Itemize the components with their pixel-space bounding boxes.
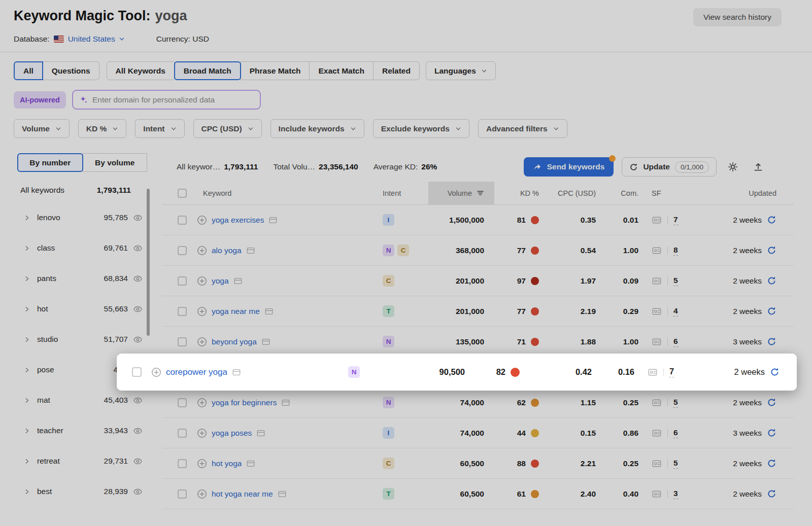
row-checkbox[interactable]	[178, 459, 187, 468]
refresh-icon[interactable]	[767, 337, 776, 346]
row-checkbox[interactable]	[178, 307, 187, 316]
row-checkbox[interactable]	[178, 246, 187, 255]
add-keyword-icon[interactable]	[197, 459, 207, 469]
filter-intent[interactable]: Intent	[135, 119, 184, 138]
table-row[interactable]: beyond yoga N 135,000 71 1.88 1.00 6 3 w…	[162, 327, 794, 357]
eye-icon[interactable]	[133, 426, 143, 436]
database-selector[interactable]: United States	[68, 34, 125, 44]
table-row[interactable]: hot yoga near me T 60,500 61 2.40 0.40 3…	[162, 479, 794, 509]
table-row[interactable]: yoga C 201,000 97 1.97 0.09 5 2 weeks	[162, 266, 794, 296]
sort-by-volume-button[interactable]: By volume	[83, 153, 148, 172]
refresh-icon[interactable]	[767, 306, 776, 316]
table-row[interactable]: alo yoga NC 368,000 77 0.54 1.00 8 2 wee…	[162, 235, 794, 266]
eye-icon[interactable]	[133, 304, 143, 314]
serp-preview-icon[interactable]	[232, 368, 241, 377]
row-checkbox[interactable]	[178, 398, 187, 407]
serp-preview-icon[interactable]	[281, 398, 290, 407]
column-kd[interactable]: KD %	[494, 182, 550, 204]
eye-icon[interactable]	[133, 243, 143, 253]
sf-count[interactable]: 7	[673, 215, 678, 225]
add-keyword-icon[interactable]	[197, 215, 207, 225]
serp-preview-icon[interactable]	[246, 246, 255, 255]
keyword-link[interactable]: corepower yoga	[166, 367, 227, 377]
refresh-icon[interactable]	[767, 428, 776, 438]
chevron-right-icon[interactable]	[24, 397, 30, 404]
column-intent[interactable]: Intent	[383, 182, 428, 204]
select-all-checkbox[interactable]	[178, 189, 187, 198]
sidebar-group-class[interactable]: class 69,761	[12, 233, 151, 263]
serp-features-icon[interactable]	[652, 398, 662, 408]
sidebar-group-pants[interactable]: pants 68,834	[12, 263, 151, 294]
keyword-link[interactable]: yoga	[212, 276, 229, 286]
eye-icon[interactable]	[133, 213, 143, 223]
serp-features-icon[interactable]	[652, 276, 662, 286]
filter-volume[interactable]: Volume	[14, 119, 70, 138]
chevron-right-icon[interactable]	[24, 306, 30, 312]
column-keyword[interactable]: Keyword	[191, 182, 383, 204]
sort-by-number-button[interactable]: By number	[17, 153, 83, 172]
add-keyword-icon[interactable]	[197, 398, 207, 408]
sf-count[interactable]: 6	[673, 428, 678, 438]
eye-icon[interactable]	[133, 487, 143, 497]
languages-dropdown[interactable]: Languages	[426, 61, 496, 80]
sidebar-group-best[interactable]: best 28,939	[12, 476, 151, 507]
filter-exclude-keywords[interactable]: Exclude keywords	[373, 119, 469, 138]
sidebar-group-hot[interactable]: hot 55,663	[12, 294, 151, 324]
serp-features-icon[interactable]	[652, 428, 662, 438]
keyword-link[interactable]: yoga near me	[212, 307, 260, 316]
domain-input-wrapper[interactable]	[72, 90, 261, 110]
serp-preview-icon[interactable]	[278, 489, 287, 499]
filter-kd[interactable]: KD %	[78, 119, 126, 138]
add-keyword-icon[interactable]	[151, 367, 161, 377]
sidebar-group-lenovo[interactable]: lenovo 95,785	[12, 202, 151, 233]
serp-features-icon[interactable]	[652, 246, 662, 256]
tab-related[interactable]: Related	[373, 61, 420, 80]
sidebar-scrollbar[interactable]	[147, 189, 150, 336]
chevron-right-icon[interactable]	[24, 488, 30, 495]
keyword-link[interactable]: yoga poses	[212, 429, 252, 438]
settings-button[interactable]	[724, 158, 742, 176]
table-row[interactable]: yoga exercises I 1,500,000 81 0.35 0.01 …	[162, 205, 794, 235]
serp-features-icon[interactable]	[652, 215, 662, 225]
serp-preview-icon[interactable]	[264, 307, 274, 316]
sidebar-group-retreat[interactable]: retreat 29,731	[12, 446, 151, 476]
add-keyword-icon[interactable]	[197, 276, 207, 286]
add-keyword-icon[interactable]	[197, 246, 207, 256]
serp-features-icon[interactable]	[652, 489, 662, 499]
serp-preview-icon[interactable]	[246, 459, 255, 468]
chevron-right-icon[interactable]	[24, 367, 30, 373]
domain-input[interactable]	[92, 95, 254, 104]
filter-advanced[interactable]: Advanced filters	[478, 119, 567, 138]
serp-features-icon[interactable]	[652, 337, 662, 347]
tab-questions[interactable]: Questions	[43, 61, 99, 80]
tab-phrase-match[interactable]: Phrase Match	[241, 61, 310, 80]
keyword-link[interactable]: hot yoga near me	[212, 489, 273, 499]
add-keyword-icon[interactable]	[197, 489, 207, 499]
refresh-icon[interactable]	[767, 398, 776, 407]
sf-count[interactable]: 3	[673, 489, 678, 499]
serp-features-icon[interactable]	[648, 367, 658, 377]
row-checkbox[interactable]	[178, 216, 187, 225]
sf-count[interactable]: 7	[669, 367, 674, 377]
keyword-link[interactable]: hot yoga	[212, 459, 242, 468]
chevron-right-icon[interactable]	[24, 275, 30, 282]
serp-preview-icon[interactable]	[256, 429, 265, 438]
column-sf[interactable]: SF	[652, 182, 697, 204]
add-keyword-icon[interactable]	[197, 337, 207, 347]
table-row[interactable]: yoga poses I 74,000 44 0.15 0.86 6 3 wee…	[162, 418, 794, 448]
export-button[interactable]	[749, 158, 767, 176]
update-button[interactable]: Update 0/1,000	[622, 157, 717, 177]
serp-features-icon[interactable]	[652, 306, 662, 317]
serp-features-icon[interactable]	[652, 459, 662, 469]
serp-preview-icon[interactable]	[233, 276, 243, 286]
column-cpc[interactable]: CPC (USD)	[550, 182, 611, 204]
filter-cpc[interactable]: CPC (USD)	[193, 119, 262, 138]
add-keyword-icon[interactable]	[197, 428, 207, 438]
serp-preview-icon[interactable]	[261, 337, 270, 346]
refresh-icon[interactable]	[767, 489, 776, 499]
table-row-highlighted[interactable]: corepower yoga N 90,500 82 0.42 0.16 7 2…	[117, 357, 797, 388]
row-checkbox[interactable]	[178, 337, 187, 346]
eye-icon[interactable]	[133, 457, 143, 466]
row-checkbox[interactable]	[178, 489, 187, 499]
view-search-history-button[interactable]: View search history	[693, 8, 782, 26]
